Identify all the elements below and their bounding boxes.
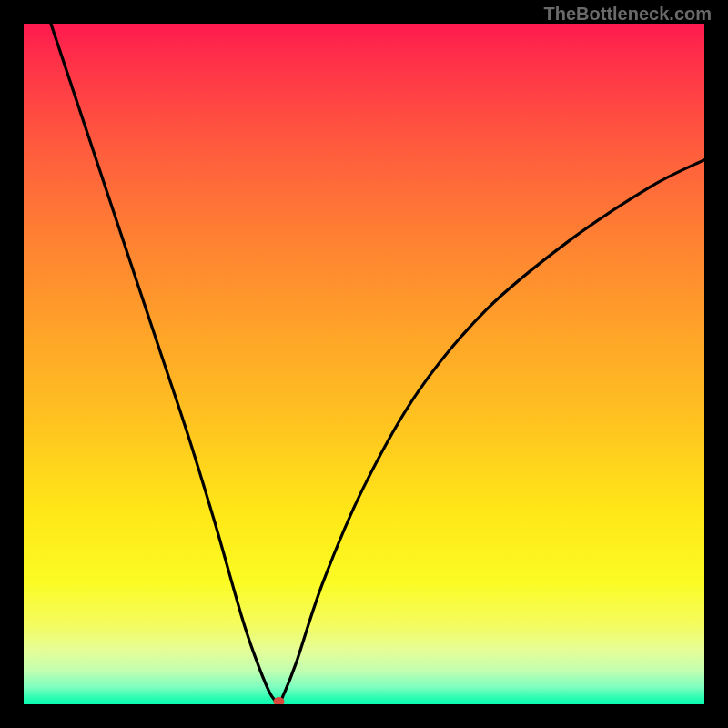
bottleneck-curve bbox=[51, 24, 704, 704]
bottleneck-curve-svg bbox=[24, 24, 704, 704]
watermark-text: TheBottleneck.com bbox=[544, 4, 712, 25]
chart-plot-area bbox=[24, 24, 704, 704]
